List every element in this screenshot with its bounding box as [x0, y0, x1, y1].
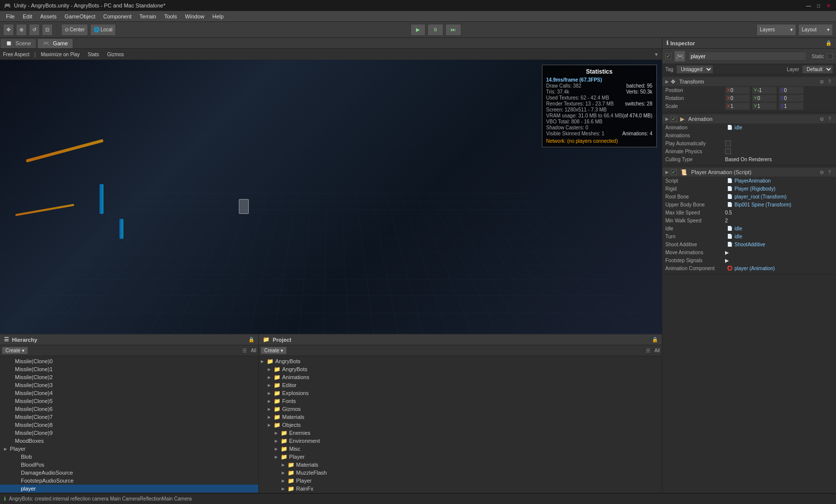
project-item[interactable]: ▶📁Misc — [259, 445, 662, 453]
static-checkbox[interactable] — [827, 53, 833, 59]
hierarchy-item[interactable]: Blob — [0, 453, 258, 461]
menu-tools[interactable]: Tools — [160, 12, 181, 20]
menu-file[interactable]: File — [2, 12, 19, 20]
project-item[interactable]: ▶📁Fonts — [259, 397, 662, 405]
hand-tool[interactable]: ✥ — [3, 24, 14, 36]
project-item[interactable]: ▶📁Materials — [259, 461, 662, 469]
project-item[interactable]: ▶📁Materials — [259, 413, 662, 421]
step-button[interactable]: ⏭ — [445, 24, 461, 36]
upper-body-label: Upper Body Bone — [665, 202, 725, 207]
hierarchy-item[interactable]: Missile(Clone)8 — [0, 421, 258, 429]
switches-value: switches: 28 — [625, 101, 652, 106]
player-anim-header[interactable]: ▶ 📜 Player Animation (Script) ⚙ ? — [662, 168, 836, 177]
project-item[interactable]: ▶📁Player — [259, 453, 662, 461]
maximize-on-play-button[interactable]: Maximize on Play — [38, 51, 83, 58]
hierarchy-item[interactable]: MoodBoxes — [0, 437, 258, 445]
move-tool[interactable]: ⊕ — [16, 24, 27, 36]
hierarchy-item[interactable]: Missile(Clone)3 — [0, 381, 258, 389]
layer-select[interactable]: Default — [802, 65, 833, 74]
play-auto-checkbox[interactable] — [725, 140, 731, 146]
menu-help[interactable]: Help — [209, 12, 228, 20]
project-item[interactable]: ▶📁AngryBots — [259, 365, 662, 373]
pause-button[interactable]: ⏸ — [427, 24, 443, 36]
project-create-button[interactable]: Create ▾ — [261, 347, 287, 354]
stats-button[interactable]: Stats — [85, 51, 102, 58]
position-y-input[interactable]: Y-1 — [752, 87, 777, 94]
project-item[interactable]: ▶📁RainFx — [259, 485, 662, 493]
hierarchy-item[interactable]: Missile(Clone)5 — [0, 397, 258, 405]
minimize-button[interactable]: — — [805, 2, 812, 9]
local-button[interactable]: 🌐 Local — [90, 24, 116, 36]
hierarchy-item[interactable]: player — [0, 485, 258, 493]
active-toggle[interactable] — [665, 53, 671, 59]
rotation-z-input[interactable]: Z0 — [779, 95, 804, 102]
rotation-y-input[interactable]: Y0 — [752, 95, 777, 102]
scale-x-input[interactable]: X1 — [725, 102, 750, 110]
fps-value: 14.9ms/frame (67.3FPS) — [546, 77, 602, 83]
rigid-icon: 📄 — [727, 186, 732, 191]
project-item[interactable]: ▶📁Animations — [259, 373, 662, 381]
close-button[interactable]: ✕ — [825, 2, 832, 9]
project-item[interactable]: ▶📁MuzzleFlash — [259, 469, 662, 477]
project-item[interactable]: ▶📁Enemies — [259, 429, 662, 437]
menu-component[interactable]: Component — [99, 12, 135, 20]
hierarchy-item[interactable]: Missile(Clone)9 — [0, 429, 258, 437]
project-item[interactable]: ▶📁Explosions — [259, 389, 662, 397]
hierarchy-item[interactable]: spiderScorchMark(Clone) — [0, 493, 258, 493]
transform-settings-icon[interactable]: ⚙ — [818, 78, 825, 85]
hierarchy-item[interactable]: Missile(Clone)6 — [0, 405, 258, 413]
animation-section-header[interactable]: ▶ ▶ Animation ⚙ ? — [662, 114, 836, 123]
tab-scene[interactable]: 🔲 Scene — [0, 38, 36, 48]
scale-z-input[interactable]: Z1 — [779, 102, 804, 110]
inspector-scroll[interactable]: 🎮 Static Tag Untagged Layer Default ▶ — [662, 49, 836, 493]
hierarchy-item[interactable]: Missile(Clone)2 — [0, 373, 258, 381]
maximize-button[interactable]: □ — [815, 2, 822, 9]
scale-tool[interactable]: ⊡ — [42, 24, 53, 36]
project-item[interactable]: ▶📁Objects — [259, 421, 662, 429]
rotation-x-input[interactable]: X0 — [725, 95, 750, 102]
project-item[interactable]: ▶📁Player — [259, 477, 662, 485]
hierarchy-item[interactable]: Missile(Clone)1 — [0, 365, 258, 373]
object-name-input[interactable] — [688, 52, 807, 61]
scale-y-input[interactable]: Y1 — [752, 102, 777, 110]
hierarchy-item[interactable]: FootstepAudioSource — [0, 477, 258, 485]
player-anim-info-icon[interactable]: ? — [826, 169, 833, 176]
player-anim-settings-icon[interactable]: ⚙ — [818, 169, 825, 176]
rotate-tool[interactable]: ↺ — [29, 24, 40, 36]
player-anim-enabled-checkbox[interactable] — [671, 169, 677, 175]
animation-info-icon[interactable]: ? — [826, 115, 833, 122]
position-x-input[interactable]: X0 — [725, 87, 750, 94]
tab-game[interactable]: 🎮 Game — [37, 38, 73, 48]
collapse-panel-button[interactable]: ▼ — [654, 52, 659, 57]
hierarchy-item[interactable]: Missile(Clone)0 — [0, 357, 258, 365]
inspector-lock-button[interactable]: 🔒 — [825, 40, 832, 47]
project-item[interactable]: ▶📁PhysicMaterials — [259, 493, 662, 493]
pivot-button[interactable]: ⊙ Center — [61, 24, 88, 36]
hierarchy-item[interactable]: ▶Player — [0, 445, 258, 453]
animation-enabled-checkbox[interactable] — [671, 116, 677, 122]
position-z-input[interactable]: Z0 — [779, 87, 804, 94]
hierarchy-item[interactable]: BloodPos — [0, 461, 258, 469]
layout-dropdown[interactable]: Layout ▾ — [798, 24, 833, 36]
project-item[interactable]: ▶📁AngryBots — [259, 357, 662, 365]
tag-select[interactable]: Untagged — [676, 65, 713, 74]
hierarchy-item[interactable]: Missile(Clone)7 — [0, 413, 258, 421]
transform-section-header[interactable]: ▶ ✥ Transform ⚙ ? — [662, 77, 836, 86]
project-item[interactable]: ▶📁Editor — [259, 381, 662, 389]
hierarchy-create-button[interactable]: Create ▾ — [2, 347, 28, 354]
play-button[interactable]: ▶ — [411, 24, 425, 36]
project-item[interactable]: ▶📁Gizmos — [259, 405, 662, 413]
transform-info-icon[interactable]: ? — [826, 78, 833, 85]
menu-terrain[interactable]: Terrain — [135, 12, 160, 20]
hierarchy-item[interactable]: Missile(Clone)4 — [0, 389, 258, 397]
hierarchy-item[interactable]: DamageAudioSource — [0, 469, 258, 477]
animation-settings-icon[interactable]: ⚙ — [818, 115, 825, 122]
menu-assets[interactable]: Assets — [36, 12, 61, 20]
menu-edit[interactable]: Edit — [19, 12, 36, 20]
animate-physics-checkbox[interactable] — [725, 148, 731, 154]
menu-window[interactable]: Window — [181, 12, 209, 20]
layers-dropdown[interactable]: Layers ▾ — [756, 24, 796, 36]
project-item[interactable]: ▶📁Environment — [259, 437, 662, 445]
gizmos-button[interactable]: Gizmos — [104, 51, 127, 58]
menu-gameobject[interactable]: GameObject — [61, 12, 100, 20]
